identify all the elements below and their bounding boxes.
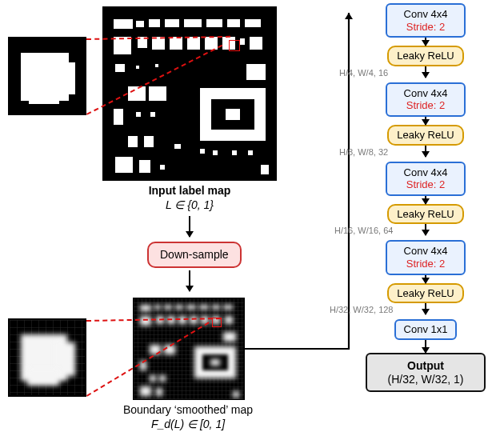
output-box: Output (H/32, W/32, 1) — [366, 353, 486, 393]
leaky-relu-0: Leaky ReLU — [387, 46, 464, 66]
input-zoom-inset — [8, 37, 86, 115]
conv-1x1: Conv 1x1 — [394, 319, 458, 340]
stride-label: Stride: 2 — [406, 258, 445, 270]
leaky-relu-2: Leaky ReLU — [387, 204, 464, 225]
arrow-down-icon — [425, 275, 426, 283]
stride-label: Stride: 2 — [406, 21, 445, 33]
arrow-down-icon — [425, 117, 426, 125]
conv-label: Conv 4x4 — [404, 8, 448, 20]
arrow-down-icon — [425, 303, 426, 314]
dim-label-3: H/32, W/32, 128 — [330, 305, 394, 314]
arrow-down-icon — [189, 270, 190, 291]
arrow-down-icon — [189, 216, 190, 237]
smoothed-map — [133, 298, 245, 400]
conv-block-3: Conv 4x4 Stride: 2 — [386, 240, 466, 274]
dim-label-1: H/8, W/8, 32 — [339, 147, 388, 157]
leaky-relu-1: Leaky ReLU — [387, 125, 464, 146]
stride-label: Stride: 2 — [406, 178, 445, 190]
arrow-down-icon — [425, 66, 426, 78]
elbow-arrow-icon — [245, 5, 373, 357]
dim-label-0: H/4, W/4, 16 — [339, 68, 388, 78]
conv-block-2: Conv 4x4 Stride: 2 — [386, 162, 466, 196]
leaky-relu-3: Leaky ReLU — [387, 283, 464, 304]
input-caption-math: L ∈ {0, 1} — [166, 198, 214, 211]
stride-label: Stride: 2 — [406, 99, 445, 111]
input-caption-title: Input label map — [149, 184, 231, 197]
conv-label: Conv 4x4 — [404, 87, 448, 99]
arrow-down-icon — [425, 146, 426, 157]
arrow-down-icon — [425, 224, 426, 235]
smoothed-zoom-inset — [8, 318, 86, 397]
smoothed-caption-title: Boundary ‘smoothed’ map — [123, 403, 253, 416]
smoothed-caption: Boundary ‘smoothed’ map F_d(L) ∈ [0, 1] — [96, 403, 280, 431]
conv-label: Conv 4x4 — [404, 166, 448, 178]
output-title: Output — [407, 359, 444, 372]
dim-label-2: H/16, W/16, 64 — [334, 226, 393, 235]
zoom-region-input — [229, 40, 240, 51]
conv-label: Conv 4x4 — [404, 245, 448, 257]
arrow-down-icon — [425, 340, 426, 353]
output-dim: (H/32, W/32, 1) — [388, 373, 464, 386]
conv-block-1: Conv 4x4 Stride: 2 — [386, 82, 466, 117]
arrow-down-icon — [425, 196, 426, 204]
downsample-box: Down-sample — [147, 242, 242, 268]
conv-block-0: Conv 4x4 Stride: 2 — [386, 3, 466, 38]
smoothed-caption-math: F_d(L) ∈ [0, 1] — [151, 418, 225, 430]
arrow-down-icon — [425, 38, 426, 46]
network-column: Conv 4x4 Stride: 2 Leaky ReLU H/4, W/4, … — [362, 3, 490, 392]
